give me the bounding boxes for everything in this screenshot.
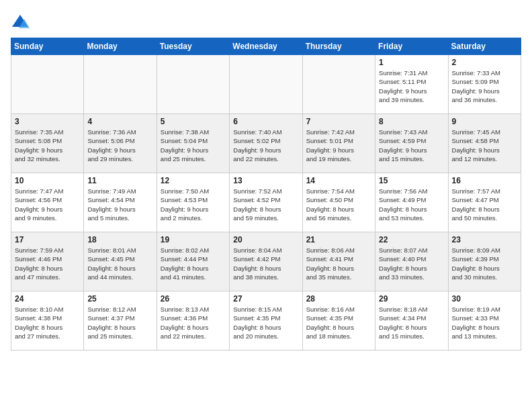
weekday-header-row: SundayMondayTuesdayWednesdayThursdayFrid… <box>11 38 521 55</box>
day-info: Sunrise: 7:54 AM Sunset: 4:50 PM Dayligh… <box>306 187 371 222</box>
day-info: Sunrise: 8:06 AM Sunset: 4:41 PM Dayligh… <box>306 246 371 281</box>
calendar-cell: 9Sunrise: 7:45 AM Sunset: 4:58 PM Daylig… <box>448 114 521 173</box>
day-number: 3 <box>15 117 80 126</box>
day-number: 10 <box>15 176 80 185</box>
calendar-cell: 15Sunrise: 7:56 AM Sunset: 4:49 PM Dayli… <box>375 173 448 232</box>
calendar-cell <box>84 55 157 114</box>
calendar-cell: 16Sunrise: 7:57 AM Sunset: 4:47 PM Dayli… <box>448 173 521 232</box>
day-number: 18 <box>87 235 152 244</box>
day-info: Sunrise: 7:36 AM Sunset: 5:06 PM Dayligh… <box>87 128 152 163</box>
logo <box>11 13 32 32</box>
weekday-header-saturday: Saturday <box>448 38 521 55</box>
day-number: 1 <box>379 58 444 67</box>
day-info: Sunrise: 7:43 AM Sunset: 4:59 PM Dayligh… <box>379 128 444 163</box>
calendar-cell: 30Sunrise: 8:19 AM Sunset: 4:33 PM Dayli… <box>448 291 521 351</box>
day-number: 28 <box>306 294 371 304</box>
header <box>11 11 521 32</box>
day-info: Sunrise: 7:45 AM Sunset: 4:58 PM Dayligh… <box>452 128 517 163</box>
calendar-cell: 7Sunrise: 7:42 AM Sunset: 5:01 PM Daylig… <box>302 114 375 173</box>
day-number: 14 <box>306 176 371 185</box>
day-number: 5 <box>161 117 226 126</box>
page: SundayMondayTuesdayWednesdayThursdayFrid… <box>0 0 532 357</box>
day-info: Sunrise: 7:57 AM Sunset: 4:47 PM Dayligh… <box>452 187 517 222</box>
day-info: Sunrise: 8:02 AM Sunset: 4:44 PM Dayligh… <box>161 246 226 281</box>
logo-icon <box>11 13 30 32</box>
calendar-cell: 18Sunrise: 8:01 AM Sunset: 4:45 PM Dayli… <box>84 232 157 291</box>
calendar-cell: 19Sunrise: 8:02 AM Sunset: 4:44 PM Dayli… <box>157 232 229 291</box>
calendar-cell: 3Sunrise: 7:35 AM Sunset: 5:08 PM Daylig… <box>11 114 84 173</box>
day-number: 16 <box>452 176 517 185</box>
weekday-header-monday: Monday <box>84 38 157 55</box>
weekday-header-tuesday: Tuesday <box>157 38 229 55</box>
calendar-cell <box>302 55 375 114</box>
day-number: 19 <box>161 235 226 244</box>
calendar-cell: 8Sunrise: 7:43 AM Sunset: 4:59 PM Daylig… <box>375 114 448 173</box>
day-info: Sunrise: 8:09 AM Sunset: 4:39 PM Dayligh… <box>452 246 517 281</box>
calendar-cell: 5Sunrise: 7:38 AM Sunset: 5:04 PM Daylig… <box>157 114 229 173</box>
day-number: 20 <box>233 235 298 244</box>
calendar-cell: 24Sunrise: 8:10 AM Sunset: 4:38 PM Dayli… <box>11 291 84 351</box>
calendar-cell: 21Sunrise: 8:06 AM Sunset: 4:41 PM Dayli… <box>302 232 375 291</box>
day-number: 8 <box>379 117 444 126</box>
calendar-cell <box>11 55 84 114</box>
day-info: Sunrise: 8:16 AM Sunset: 4:35 PM Dayligh… <box>306 305 371 340</box>
day-number: 30 <box>452 294 517 304</box>
day-number: 15 <box>379 176 444 185</box>
week-row-3: 10Sunrise: 7:47 AM Sunset: 4:56 PM Dayli… <box>11 173 521 232</box>
calendar-cell: 1Sunrise: 7:31 AM Sunset: 5:11 PM Daylig… <box>375 55 448 114</box>
calendar-cell: 4Sunrise: 7:36 AM Sunset: 5:06 PM Daylig… <box>84 114 157 173</box>
day-number: 22 <box>379 235 444 244</box>
week-row-1: 1Sunrise: 7:31 AM Sunset: 5:11 PM Daylig… <box>11 55 521 114</box>
day-number: 12 <box>161 176 226 185</box>
day-info: Sunrise: 7:47 AM Sunset: 4:56 PM Dayligh… <box>15 187 80 222</box>
day-info: Sunrise: 8:07 AM Sunset: 4:40 PM Dayligh… <box>379 246 444 281</box>
day-number: 11 <box>87 176 152 185</box>
day-number: 17 <box>15 235 80 244</box>
calendar-cell: 28Sunrise: 8:16 AM Sunset: 4:35 PM Dayli… <box>302 291 375 351</box>
day-info: Sunrise: 7:59 AM Sunset: 4:46 PM Dayligh… <box>15 246 80 281</box>
day-info: Sunrise: 8:13 AM Sunset: 4:36 PM Dayligh… <box>161 305 226 340</box>
day-info: Sunrise: 7:42 AM Sunset: 5:01 PM Dayligh… <box>306 128 371 163</box>
day-info: Sunrise: 8:12 AM Sunset: 4:37 PM Dayligh… <box>87 305 152 340</box>
calendar-cell: 10Sunrise: 7:47 AM Sunset: 4:56 PM Dayli… <box>11 173 84 232</box>
day-info: Sunrise: 8:19 AM Sunset: 4:33 PM Dayligh… <box>452 305 517 340</box>
day-info: Sunrise: 7:49 AM Sunset: 4:54 PM Dayligh… <box>87 187 152 222</box>
day-info: Sunrise: 7:33 AM Sunset: 5:09 PM Dayligh… <box>452 68 517 104</box>
calendar-cell <box>157 55 229 114</box>
calendar-cell: 22Sunrise: 8:07 AM Sunset: 4:40 PM Dayli… <box>375 232 448 291</box>
week-row-4: 17Sunrise: 7:59 AM Sunset: 4:46 PM Dayli… <box>11 232 521 291</box>
day-number: 23 <box>452 235 517 244</box>
day-info: Sunrise: 7:52 AM Sunset: 4:52 PM Dayligh… <box>233 187 298 222</box>
day-number: 7 <box>306 117 371 126</box>
calendar-cell: 14Sunrise: 7:54 AM Sunset: 4:50 PM Dayli… <box>302 173 375 232</box>
day-info: Sunrise: 8:18 AM Sunset: 4:34 PM Dayligh… <box>379 305 444 340</box>
weekday-header-thursday: Thursday <box>302 38 375 55</box>
calendar-cell <box>230 55 302 114</box>
weekday-header-sunday: Sunday <box>11 38 84 55</box>
day-info: Sunrise: 8:15 AM Sunset: 4:35 PM Dayligh… <box>233 305 298 340</box>
day-number: 26 <box>161 294 226 304</box>
calendar-cell: 17Sunrise: 7:59 AM Sunset: 4:46 PM Dayli… <box>11 232 84 291</box>
calendar-cell: 12Sunrise: 7:50 AM Sunset: 4:53 PM Dayli… <box>157 173 229 232</box>
day-info: Sunrise: 7:38 AM Sunset: 5:04 PM Dayligh… <box>161 128 226 163</box>
day-number: 21 <box>306 235 371 244</box>
day-number: 25 <box>87 294 152 304</box>
day-number: 9 <box>452 117 517 126</box>
calendar-cell: 2Sunrise: 7:33 AM Sunset: 5:09 PM Daylig… <box>448 55 521 114</box>
weekday-header-wednesday: Wednesday <box>230 38 302 55</box>
day-info: Sunrise: 7:56 AM Sunset: 4:49 PM Dayligh… <box>379 187 444 222</box>
day-info: Sunrise: 7:31 AM Sunset: 5:11 PM Dayligh… <box>379 68 444 104</box>
week-row-2: 3Sunrise: 7:35 AM Sunset: 5:08 PM Daylig… <box>11 114 521 173</box>
calendar-cell: 6Sunrise: 7:40 AM Sunset: 5:02 PM Daylig… <box>230 114 302 173</box>
day-info: Sunrise: 7:35 AM Sunset: 5:08 PM Dayligh… <box>15 128 80 163</box>
day-number: 2 <box>452 58 517 67</box>
day-number: 29 <box>379 294 444 304</box>
calendar-cell: 26Sunrise: 8:13 AM Sunset: 4:36 PM Dayli… <box>157 291 229 351</box>
calendar-cell: 29Sunrise: 8:18 AM Sunset: 4:34 PM Dayli… <box>375 291 448 351</box>
day-number: 13 <box>233 176 298 185</box>
day-info: Sunrise: 8:04 AM Sunset: 4:42 PM Dayligh… <box>233 246 298 281</box>
calendar-cell: 20Sunrise: 8:04 AM Sunset: 4:42 PM Dayli… <box>230 232 302 291</box>
calendar-cell: 25Sunrise: 8:12 AM Sunset: 4:37 PM Dayli… <box>84 291 157 351</box>
calendar-cell: 11Sunrise: 7:49 AM Sunset: 4:54 PM Dayli… <box>84 173 157 232</box>
calendar: SundayMondayTuesdayWednesdayThursdayFrid… <box>11 38 521 351</box>
